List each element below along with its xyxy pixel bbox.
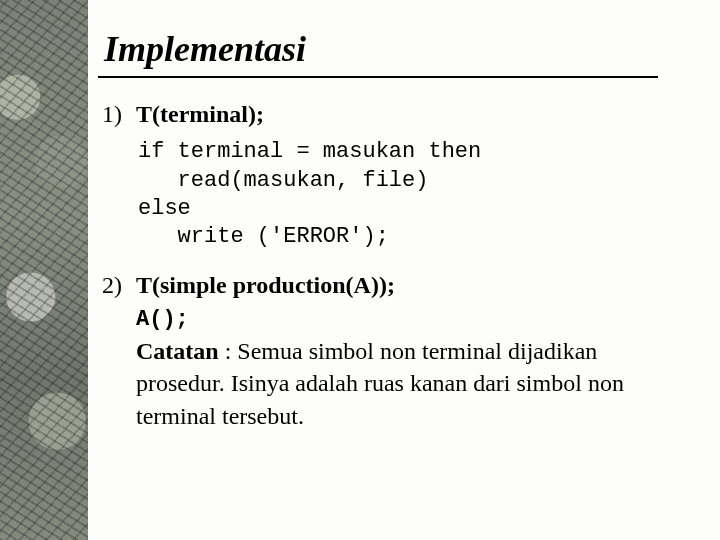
item-1-number: 1): [102, 98, 130, 130]
item-1-code: if terminal = masukan then read(masukan,…: [138, 138, 686, 251]
list-item-1: 1) T(terminal); if terminal = masukan th…: [102, 98, 686, 251]
item-1-head: 1) T(terminal);: [102, 98, 686, 130]
item-2-head: 2) T(simple production(A));: [102, 269, 686, 301]
item-2-number: 2): [102, 269, 130, 301]
item-2-title: T(simple production(A));: [136, 272, 395, 298]
item-2-body: A(); Catatan : Semua simbol non terminal…: [136, 301, 656, 432]
slide-title: Implementasi: [104, 28, 686, 70]
implementation-list: 1) T(terminal); if terminal = masukan th…: [102, 98, 686, 432]
item-1-title: T(terminal);: [136, 101, 264, 127]
slide: Implementasi 1) T(terminal); if terminal…: [0, 0, 720, 540]
item-2-call: A();: [136, 307, 189, 332]
sidebar-stone-texture: [0, 0, 88, 540]
slide-content: Implementasi 1) T(terminal); if terminal…: [88, 0, 720, 540]
item-2-note-label: Catatan: [136, 338, 219, 364]
title-underline: [98, 76, 658, 78]
list-item-2: 2) T(simple production(A)); A(); Catatan…: [102, 269, 686, 432]
